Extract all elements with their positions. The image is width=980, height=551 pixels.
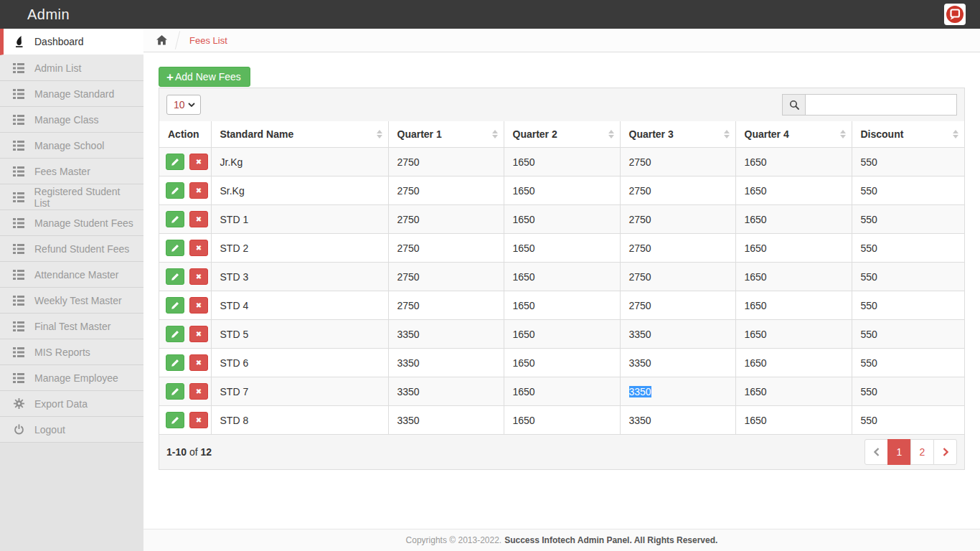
sidebar-item-label: Manage Class [34, 114, 99, 126]
sort-icon[interactable] [608, 130, 614, 138]
cell-quarter-4: 1650 [735, 377, 852, 406]
cell-quarter-4: 1650 [735, 205, 852, 234]
edit-button[interactable] [166, 326, 184, 342]
gear-icon [12, 398, 25, 409]
sidebar-item-manage-standard[interactable]: Manage Standard [0, 81, 143, 107]
delete-button[interactable]: ✖ [189, 297, 208, 314]
list-icon [12, 270, 25, 280]
table-row: ✖ STD 3 2750 1650 2750 1650 550 [159, 263, 964, 291]
table-row: ✖ STD 1 2750 1650 2750 1650 550 [159, 205, 964, 234]
close-icon: ✖ [196, 301, 202, 309]
cell-quarter-1: 3350 [388, 377, 504, 406]
cell-quarter-2: 1650 [504, 349, 620, 377]
column-header-quarter-4[interactable]: Quarter 4 [735, 121, 852, 148]
copyright-text: Copyrights © 2013-2022. [406, 535, 502, 545]
sidebar-item-manage-class[interactable]: Manage Class [0, 107, 143, 133]
home-icon[interactable] [156, 35, 167, 45]
cell-discount: 550 [852, 148, 964, 176]
sidebar-item-logout[interactable]: Logout [0, 417, 143, 443]
plus-icon: + [166, 71, 174, 83]
delete-button[interactable]: ✖ [189, 268, 208, 285]
edit-button[interactable] [166, 412, 184, 428]
pagination-page-1[interactable]: 1 [887, 439, 911, 465]
list-icon [12, 89, 25, 99]
list-icon [12, 166, 25, 176]
cell-quarter-2: 1650 [504, 377, 620, 406]
sort-icon[interactable] [724, 130, 730, 138]
cell-quarter-4: 1650 [735, 349, 852, 377]
sidebar-item-export-data[interactable]: Export Data [0, 391, 143, 417]
column-header-discount[interactable]: Discount [852, 121, 964, 148]
column-header-quarter-1[interactable]: Quarter 1 [388, 121, 504, 148]
page-size-value: 10 [174, 99, 185, 110]
pagination-page-2[interactable]: 2 [910, 439, 934, 465]
delete-button[interactable]: ✖ [189, 326, 208, 342]
sidebar-item-final-test-master[interactable]: Final Test Master [0, 314, 143, 339]
cell-quarter-1: 2750 [388, 148, 504, 176]
cell-quarter-4: 1650 [735, 291, 852, 320]
fees-table: Action Standard Name Quarter 1 Quarter 2… [159, 121, 964, 434]
cell-standard-name: STD 5 [211, 320, 388, 349]
sidebar-item-registered-student-list[interactable]: Registered Student List [0, 184, 143, 210]
delete-button[interactable]: ✖ [189, 211, 208, 227]
sidebar-item-admin-list[interactable]: Admin List [0, 55, 143, 81]
sidebar-item-attendance-master[interactable]: Attendance Master [0, 262, 143, 288]
sidebar-item-manage-employee[interactable]: Manage Employee [0, 365, 143, 391]
edit-button[interactable] [166, 354, 184, 371]
table-toolbar: 10 [159, 88, 964, 121]
edit-button[interactable] [166, 383, 184, 400]
delete-button[interactable]: ✖ [189, 383, 208, 400]
main-area: Fees List + Add New Fees 10 [143, 29, 980, 551]
pagination-next-button[interactable] [933, 439, 957, 465]
cell-quarter-2: 1650 [504, 176, 620, 205]
pagination-prev-button[interactable] [864, 439, 888, 465]
sidebar-item-fees-master[interactable]: Fees Master [0, 159, 143, 184]
delete-button[interactable]: ✖ [189, 354, 208, 371]
edit-button[interactable] [166, 154, 184, 170]
close-icon: ✖ [196, 273, 202, 281]
search-input[interactable] [805, 94, 957, 116]
add-new-fees-button[interactable]: + Add New Fees [159, 67, 250, 87]
sidebar-item-manage-school[interactable]: Manage School [0, 133, 143, 159]
sidebar-item-weekly-test-master[interactable]: Weekly Test Master [0, 288, 143, 314]
fees-table-panel: 10 [159, 88, 965, 470]
sort-icon[interactable] [840, 130, 846, 138]
cell-discount: 550 [852, 234, 964, 263]
pencil-icon [171, 330, 179, 339]
column-header-standard-name[interactable]: Standard Name [211, 121, 388, 148]
edit-button[interactable] [166, 182, 184, 199]
breadcrumb-current[interactable]: Fees List [189, 35, 227, 46]
table-row: ✖ Sr.Kg 2750 1650 2750 1650 550 [159, 176, 964, 205]
list-icon [12, 192, 25, 202]
brand-logo-icon[interactable] [944, 4, 966, 25]
sort-icon[interactable] [953, 130, 958, 138]
close-icon: ✖ [196, 359, 202, 367]
delete-button[interactable]: ✖ [189, 240, 208, 256]
cell-quarter-1: 2750 [388, 205, 504, 234]
sidebar-item-label: Admin List [34, 62, 81, 74]
sidebar-item-mis-reports[interactable]: MIS Reports [0, 339, 143, 365]
sidebar-item-label: Manage School [34, 140, 104, 151]
cell-quarter-4: 1650 [735, 406, 852, 435]
sort-icon[interactable] [492, 130, 498, 138]
sort-icon[interactable] [377, 130, 382, 138]
sidebar-item-dashboard[interactable]: Dashboard [0, 29, 143, 55]
edit-button[interactable] [166, 240, 184, 256]
sidebar-item-refund-student-fees[interactable]: Refund Student Fees [0, 236, 143, 262]
page-size-select[interactable]: 10 [166, 95, 201, 115]
edit-button[interactable] [166, 211, 184, 227]
delete-button[interactable]: ✖ [189, 182, 208, 199]
close-icon: ✖ [196, 416, 202, 424]
delete-button[interactable]: ✖ [189, 154, 208, 170]
sidebar-item-manage-student-fees[interactable]: Manage Student Fees [0, 210, 143, 236]
cell-standard-name: STD 2 [211, 234, 388, 263]
search-group [782, 94, 957, 116]
edit-button[interactable] [166, 297, 184, 314]
sidebar-item-label: Registered Student List [34, 186, 136, 209]
delete-button[interactable]: ✖ [189, 412, 208, 428]
cell-quarter-3: 2750 [620, 205, 735, 234]
edit-button[interactable] [166, 268, 184, 285]
column-header-quarter-3[interactable]: Quarter 3 [620, 121, 735, 148]
list-icon [12, 321, 25, 331]
column-header-quarter-2[interactable]: Quarter 2 [504, 121, 620, 148]
